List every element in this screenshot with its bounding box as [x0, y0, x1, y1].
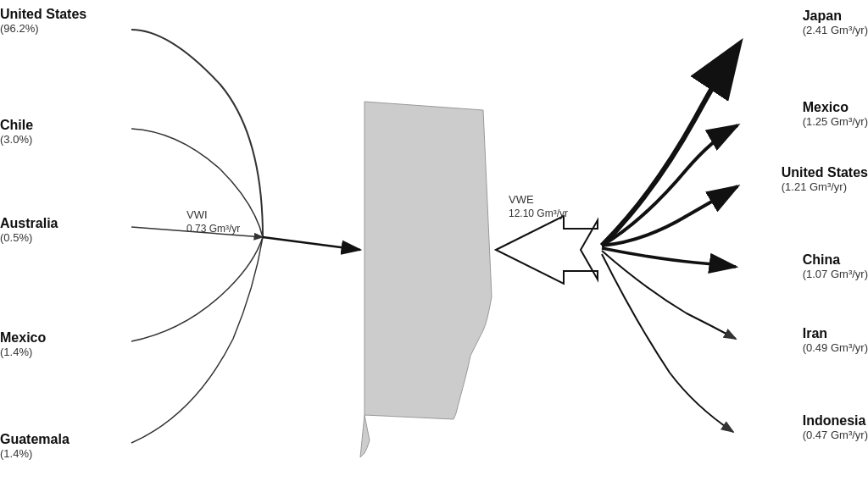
left-pct-us: (96.2%) [0, 22, 86, 35]
left-pct-guatemala: (1.4%) [0, 447, 70, 460]
left-pct-australia: (0.5%) [0, 231, 58, 244]
right-country-name-us: United States [782, 165, 868, 180]
right-label-iran: Iran (0.49 Gm³/yr) [803, 326, 868, 354]
vwi-value: 0.73 Gm³/yr [186, 223, 240, 235]
right-country-name-mexico: Mexico [803, 100, 868, 115]
right-country-name-iran: Iran [803, 326, 868, 341]
right-country-name-china: China [803, 252, 868, 268]
right-value-mexico: (1.25 Gm³/yr) [803, 115, 868, 128]
right-value-iran: (0.49 Gm³/yr) [803, 341, 868, 354]
vwe-value: 12.10 Gm³/yr [509, 208, 568, 219]
right-label-indonesia: Indonesia (0.47 Gm³/yr) [803, 413, 868, 441]
left-country-name-mexico: Mexico [0, 330, 46, 346]
right-label-us: United States (1.21 Gm³/yr) [782, 165, 868, 193]
left-pct-mexico: (1.4%) [0, 346, 46, 358]
right-label-china: China (1.07 Gm³/yr) [803, 252, 868, 280]
right-country-name-indonesia: Indonesia [803, 413, 868, 429]
right-value-us: (1.21 Gm³/yr) [782, 180, 868, 193]
right-label-mexico: Mexico (1.25 Gm³/yr) [803, 100, 868, 128]
left-country-name-australia: Australia [0, 216, 58, 231]
left-country-name-guatemala: Guatemala [0, 432, 70, 447]
right-value-china: (1.07 Gm³/yr) [803, 268, 868, 280]
right-label-japan: Japan (2.41 Gm³/yr) [803, 8, 868, 36]
right-value-japan: (2.41 Gm³/yr) [803, 24, 868, 36]
left-label-chile: Chile (3.0%) [0, 118, 33, 146]
right-country-name-japan: Japan [803, 8, 868, 24]
left-label-australia: Australia (0.5%) [0, 216, 58, 244]
main-diagram: VWI 0.73 Gm³/yr VWE 12.10 Gm³/yr United … [0, 0, 868, 498]
left-label-guatemala: Guatemala (1.4%) [0, 432, 70, 460]
right-value-indonesia: (0.47 Gm³/yr) [803, 429, 868, 441]
left-label-mexico: Mexico (1.4%) [0, 330, 46, 358]
vwe-label: VWE [509, 193, 534, 206]
vwi-label: VWI [186, 208, 208, 221]
left-country-name-us: United States [0, 7, 86, 22]
right-country-labels: Japan (2.41 Gm³/yr) Mexico (1.25 Gm³/yr)… [698, 0, 868, 498]
left-country-labels: United States (96.2%) Chile (3.0%) Austr… [0, 0, 136, 498]
left-pct-chile: (3.0%) [0, 133, 33, 146]
left-country-name-chile: Chile [0, 118, 33, 133]
alberta-shape [360, 102, 492, 457]
left-label-us: United States (96.2%) [0, 7, 86, 35]
